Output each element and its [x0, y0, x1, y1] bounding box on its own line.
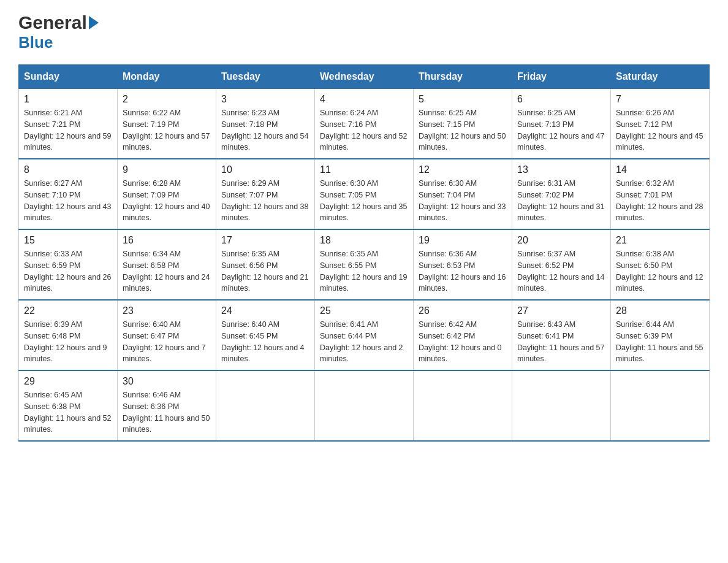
calendar-cell: 16 Sunrise: 6:34 AMSunset: 6:58 PMDaylig… [118, 229, 216, 300]
day-number: 9 [123, 164, 211, 175]
calendar-cell: 30 Sunrise: 6:46 AMSunset: 6:36 PMDaylig… [118, 370, 216, 441]
calendar-cell: 26 Sunrise: 6:42 AMSunset: 6:42 PMDaylig… [414, 300, 512, 370]
day-number: 20 [517, 235, 605, 246]
day-number: 22 [24, 305, 112, 316]
day-info: Sunrise: 6:42 AMSunset: 6:42 PMDaylight:… [419, 319, 507, 365]
day-number: 24 [221, 305, 309, 316]
calendar-cell: 18 Sunrise: 6:35 AMSunset: 6:55 PMDaylig… [315, 229, 414, 300]
calendar-cell: 11 Sunrise: 6:30 AMSunset: 7:05 PMDaylig… [315, 159, 414, 229]
weekday-header-wednesday: Wednesday [315, 65, 414, 89]
calendar-cell: 10 Sunrise: 6:29 AMSunset: 7:07 PMDaylig… [216, 159, 315, 229]
day-number: 1 [24, 94, 112, 105]
day-info: Sunrise: 6:29 AMSunset: 7:07 PMDaylight:… [221, 178, 309, 224]
weekday-header-monday: Monday [118, 65, 216, 89]
day-number: 6 [517, 94, 605, 105]
weekday-header-sunday: Sunday [19, 65, 118, 89]
day-info: Sunrise: 6:23 AMSunset: 7:18 PMDaylight:… [221, 107, 309, 153]
day-number: 19 [419, 235, 507, 246]
day-info: Sunrise: 6:37 AMSunset: 6:52 PMDaylight:… [517, 248, 605, 294]
day-info: Sunrise: 6:28 AMSunset: 7:09 PMDaylight:… [123, 178, 211, 224]
calendar-cell: 13 Sunrise: 6:31 AMSunset: 7:02 PMDaylig… [512, 159, 611, 229]
day-info: Sunrise: 6:22 AMSunset: 7:19 PMDaylight:… [123, 107, 211, 153]
calendar-cell: 3 Sunrise: 6:23 AMSunset: 7:18 PMDayligh… [216, 89, 315, 159]
day-number: 8 [24, 164, 112, 175]
logo-blue-label: Blue [18, 33, 53, 52]
day-info: Sunrise: 6:25 AMSunset: 7:15 PMDaylight:… [419, 107, 507, 153]
day-number: 26 [419, 305, 507, 316]
calendar-cell: 17 Sunrise: 6:35 AMSunset: 6:56 PMDaylig… [216, 229, 315, 300]
calendar-cell: 12 Sunrise: 6:30 AMSunset: 7:04 PMDaylig… [414, 159, 512, 229]
logo-arrow-icon [89, 16, 99, 29]
day-info: Sunrise: 6:24 AMSunset: 7:16 PMDaylight:… [320, 107, 408, 153]
day-number: 13 [517, 164, 605, 175]
calendar-table: SundayMondayTuesdayWednesdayThursdayFrid… [18, 64, 710, 442]
day-number: 16 [123, 235, 211, 246]
header: General Blue [18, 12, 710, 52]
day-info: Sunrise: 6:26 AMSunset: 7:12 PMDaylight:… [616, 107, 704, 153]
calendar-week-row: 29 Sunrise: 6:45 AMSunset: 6:38 PMDaylig… [19, 370, 710, 441]
day-number: 30 [123, 376, 211, 387]
calendar-cell [216, 370, 315, 441]
day-number: 3 [221, 94, 309, 105]
day-info: Sunrise: 6:25 AMSunset: 7:13 PMDaylight:… [517, 107, 605, 153]
day-number: 15 [24, 235, 112, 246]
day-info: Sunrise: 6:46 AMSunset: 6:36 PMDaylight:… [123, 389, 211, 435]
day-number: 25 [320, 305, 408, 316]
day-number: 10 [221, 164, 309, 175]
day-info: Sunrise: 6:30 AMSunset: 7:05 PMDaylight:… [320, 178, 408, 224]
day-number: 2 [123, 94, 211, 105]
weekday-header-saturday: Saturday [611, 65, 710, 89]
day-info: Sunrise: 6:39 AMSunset: 6:48 PMDaylight:… [24, 319, 112, 365]
day-number: 17 [221, 235, 309, 246]
day-number: 14 [616, 164, 704, 175]
calendar-cell: 15 Sunrise: 6:33 AMSunset: 6:59 PMDaylig… [19, 229, 118, 300]
calendar-cell [611, 370, 710, 441]
day-info: Sunrise: 6:35 AMSunset: 6:55 PMDaylight:… [320, 248, 408, 294]
day-number: 18 [320, 235, 408, 246]
weekday-header-thursday: Thursday [414, 65, 512, 89]
calendar-cell: 29 Sunrise: 6:45 AMSunset: 6:38 PMDaylig… [19, 370, 118, 441]
calendar-cell: 9 Sunrise: 6:28 AMSunset: 7:09 PMDayligh… [118, 159, 216, 229]
day-info: Sunrise: 6:33 AMSunset: 6:59 PMDaylight:… [24, 248, 112, 294]
calendar-cell: 20 Sunrise: 6:37 AMSunset: 6:52 PMDaylig… [512, 229, 611, 300]
calendar-week-row: 22 Sunrise: 6:39 AMSunset: 6:48 PMDaylig… [19, 300, 710, 370]
calendar-cell: 21 Sunrise: 6:38 AMSunset: 6:50 PMDaylig… [611, 229, 710, 300]
day-number: 27 [517, 305, 605, 316]
day-info: Sunrise: 6:38 AMSunset: 6:50 PMDaylight:… [616, 248, 704, 294]
calendar-cell [512, 370, 611, 441]
logo: General Blue [18, 12, 99, 52]
day-number: 23 [123, 305, 211, 316]
day-info: Sunrise: 6:44 AMSunset: 6:39 PMDaylight:… [616, 319, 704, 365]
weekday-header-row: SundayMondayTuesdayWednesdayThursdayFrid… [19, 65, 710, 89]
calendar-cell: 24 Sunrise: 6:40 AMSunset: 6:45 PMDaylig… [216, 300, 315, 370]
day-info: Sunrise: 6:30 AMSunset: 7:04 PMDaylight:… [419, 178, 507, 224]
day-info: Sunrise: 6:27 AMSunset: 7:10 PMDaylight:… [24, 178, 112, 224]
day-number: 4 [320, 94, 408, 105]
day-info: Sunrise: 6:40 AMSunset: 6:47 PMDaylight:… [123, 319, 211, 365]
calendar-cell: 1 Sunrise: 6:21 AMSunset: 7:21 PMDayligh… [19, 89, 118, 159]
day-info: Sunrise: 6:34 AMSunset: 6:58 PMDaylight:… [123, 248, 211, 294]
calendar-week-row: 1 Sunrise: 6:21 AMSunset: 7:21 PMDayligh… [19, 89, 710, 159]
day-info: Sunrise: 6:36 AMSunset: 6:53 PMDaylight:… [419, 248, 507, 294]
calendar-cell: 19 Sunrise: 6:36 AMSunset: 6:53 PMDaylig… [414, 229, 512, 300]
logo-general: General [18, 12, 87, 33]
day-number: 11 [320, 164, 408, 175]
calendar-cell: 5 Sunrise: 6:25 AMSunset: 7:15 PMDayligh… [414, 89, 512, 159]
day-info: Sunrise: 6:45 AMSunset: 6:38 PMDaylight:… [24, 389, 112, 435]
day-info: Sunrise: 6:21 AMSunset: 7:21 PMDaylight:… [24, 107, 112, 153]
calendar-week-row: 15 Sunrise: 6:33 AMSunset: 6:59 PMDaylig… [19, 229, 710, 300]
day-info: Sunrise: 6:41 AMSunset: 6:44 PMDaylight:… [320, 319, 408, 365]
calendar-cell: 14 Sunrise: 6:32 AMSunset: 7:01 PMDaylig… [611, 159, 710, 229]
day-number: 12 [419, 164, 507, 175]
logo-name-row: General [18, 12, 99, 33]
calendar-cell: 7 Sunrise: 6:26 AMSunset: 7:12 PMDayligh… [611, 89, 710, 159]
calendar-cell: 25 Sunrise: 6:41 AMSunset: 6:44 PMDaylig… [315, 300, 414, 370]
weekday-header-tuesday: Tuesday [216, 65, 315, 89]
day-info: Sunrise: 6:32 AMSunset: 7:01 PMDaylight:… [616, 178, 704, 224]
calendar-cell: 22 Sunrise: 6:39 AMSunset: 6:48 PMDaylig… [19, 300, 118, 370]
day-info: Sunrise: 6:40 AMSunset: 6:45 PMDaylight:… [221, 319, 309, 365]
day-info: Sunrise: 6:35 AMSunset: 6:56 PMDaylight:… [221, 248, 309, 294]
calendar-cell [414, 370, 512, 441]
calendar-cell: 8 Sunrise: 6:27 AMSunset: 7:10 PMDayligh… [19, 159, 118, 229]
day-number: 21 [616, 235, 704, 246]
